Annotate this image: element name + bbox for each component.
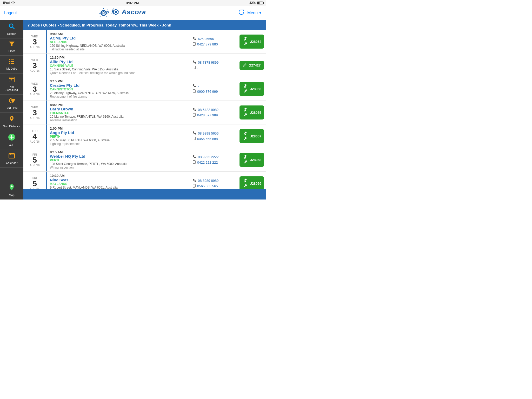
status-bar: iPad 3:37 PM 42% [0, 0, 266, 6]
logout-button[interactable]: Logout [4, 11, 17, 15]
phone-row: 08 9898 5656 [193, 131, 235, 136]
job-action-button-6[interactable]: J28059 [240, 176, 264, 189]
job-action-button-2[interactable]: J28056 [240, 82, 264, 96]
job-contact-1: 08 7878 9899 - [191, 54, 237, 77]
myjobs-icon [9, 58, 15, 66]
job-notes: Replacement of fire alarms [50, 95, 188, 98]
job-suburb: MAYLANDS [50, 182, 188, 186]
sidebar-myjobs-label: My Jobs [6, 67, 17, 70]
svg-point-50 [194, 116, 195, 116]
job-action-button-1[interactable]: Q27427 [240, 61, 264, 70]
sidebar-item-calendar[interactable]: Calendar [0, 150, 23, 168]
device-label: iPad [3, 1, 10, 5]
sidebar-item-sortdate[interactable]: Sort Date [0, 95, 23, 113]
month-year: AUG '16 [30, 93, 39, 96]
job-id-label: J28058 [250, 158, 261, 162]
job-contact-4: 08 9898 5656 0455 665 888 [191, 124, 237, 148]
job-company: Webber HQ Pty Ltd [50, 154, 188, 158]
phone-row: 08 8989 8989 [193, 178, 235, 183]
phone-icon [193, 60, 196, 65]
job-suburb: PERTH [50, 158, 188, 162]
svg-rect-27 [12, 98, 14, 99]
refresh-button[interactable] [238, 9, 244, 16]
job-date-1: WED 3 AUG '16 [23, 54, 47, 77]
table-row[interactable]: WED 3 AUG '16 3:15 PM Creative Pty Ltd C… [23, 77, 266, 101]
job-action-button-4[interactable]: J28057 [240, 129, 264, 143]
phone-icon [193, 108, 196, 112]
phone-row: 08 7878 9899 [193, 60, 235, 65]
phone-number: - [198, 84, 199, 88]
phone-number: 08 7878 9899 [198, 61, 219, 64]
table-row[interactable]: WED 3 AUG '16 9:00 AM ACME Pty Ltd NEDLA… [23, 30, 266, 54]
job-action-1: Q27427 [237, 54, 266, 77]
job-notes: Antenna installation [50, 118, 188, 122]
mobile-number: 0428 577 989 [197, 113, 218, 117]
job-address: 255 Murray St, PERTH, WA 6000, Australia [50, 138, 188, 142]
phone-number: 6258 5596 [198, 37, 214, 41]
mobile-number: - [197, 66, 198, 70]
sidebar-sortdistance-label: Sort Distance [3, 125, 20, 128]
job-action-button-5[interactable]: J28058 [240, 153, 264, 167]
sidebar-sortdate-label: Sort Date [6, 107, 18, 110]
job-info-5: 8:15 AM Webber HQ Pty Ltd PERTH 108 Sain… [47, 148, 191, 171]
table-row[interactable]: WED 3 AUG '16 8:00 PM Barry Brown FREMAN… [23, 101, 266, 124]
mobile-number: 0455 665 888 [197, 137, 218, 141]
svg-rect-34 [12, 119, 15, 119]
job-date-5: FRI 5 AUG '16 [23, 148, 47, 171]
job-id-label: J28054 [250, 40, 261, 44]
table-row[interactable]: FRI 5 AUG '16 10:30 AM Nine Seas MAYLAND… [23, 172, 266, 189]
job-info-1: 12:30 PM Alite Pty Ltd CANNING VALE 10 S… [47, 54, 191, 77]
table-row[interactable]: FRI 5 AUG '16 8:15 AM Webber HQ Pty Ltd … [23, 148, 266, 172]
svg-point-52 [194, 139, 195, 140]
phone-icon [193, 37, 196, 41]
sidebar-item-notscheduled[interactable]: ? NotScheduled [0, 74, 23, 95]
svg-point-31 [11, 117, 12, 119]
job-company: Barry Brown [50, 107, 188, 111]
job-time: 10:30 AM [50, 174, 65, 178]
svg-rect-19 [9, 63, 10, 64]
job-contact-3: 08 6422 9982 0428 577 989 [191, 101, 237, 124]
sidebar-item-myjobs[interactable]: My Jobs [0, 56, 23, 73]
day-num: 3 [32, 38, 37, 46]
wifi-icon [11, 1, 15, 5]
battery-percent: 42% [249, 1, 256, 5]
job-action-button-0[interactable]: J28054 [240, 35, 264, 49]
job-action-button-3[interactable]: J28055 [240, 105, 264, 119]
job-suburb: FREMANTLE [50, 111, 188, 115]
job-notes: Wiring inspection [50, 166, 188, 169]
sidebar-item-search[interactable]: Search [0, 20, 23, 38]
job-action-5: J28058 [237, 148, 266, 171]
bottom-bar [23, 189, 266, 200]
logo-gear-icon: ASCORA [99, 8, 109, 18]
phone-icon [193, 84, 196, 88]
job-notes: Tall ladder needed at site [50, 48, 188, 51]
mobile-number: 0422 222 222 [197, 161, 218, 164]
mobile-number: 0900 876 999 [197, 90, 218, 94]
job-time: 3:15 PM [50, 79, 63, 83]
phone-number: 08 8989 8989 [198, 179, 219, 183]
mobile-icon [193, 42, 196, 46]
job-suburb: CANNING VALE [50, 64, 188, 68]
table-row[interactable]: WED 3 AUG '16 12:30 PM Alite Pty Ltd CAN… [23, 54, 266, 77]
job-notes: Lighting replacements [50, 142, 188, 146]
edit-icon [243, 63, 247, 68]
day-num: 5 [32, 180, 37, 188]
phone-row: - [193, 84, 235, 88]
svg-rect-15 [9, 59, 10, 60]
sidebar-item-map[interactable]: Map [0, 181, 23, 200]
job-address: 120 Stirling Highway, NEDLANDS, WA 6009,… [50, 44, 188, 48]
sidebar-item-add[interactable]: Add [0, 131, 23, 150]
app-header: Logout ASCORA [0, 6, 266, 20]
job-address: 9 Rupert Street, MAYLANDS, WA 6051, Aust… [50, 186, 188, 189]
job-company: ACME Pty Ltd [50, 36, 188, 40]
sidebar-item-filter[interactable]: Filter [0, 38, 23, 56]
table-row[interactable]: THU 4 AUG '16 2:00 PM Ango Pty Ltd PERTH… [23, 124, 266, 148]
mobile-icon [193, 184, 196, 188]
svg-rect-20 [11, 63, 14, 64]
month-year: AUG '16 [30, 140, 39, 143]
job-date-0: WED 3 AUG '16 [23, 30, 47, 53]
sidebar-item-sortdistance[interactable]: Sort Distance [0, 113, 23, 131]
mobile-icon [193, 113, 196, 117]
svg-rect-3 [115, 9, 116, 10]
menu-button[interactable]: Menu ▼ [247, 11, 262, 15]
